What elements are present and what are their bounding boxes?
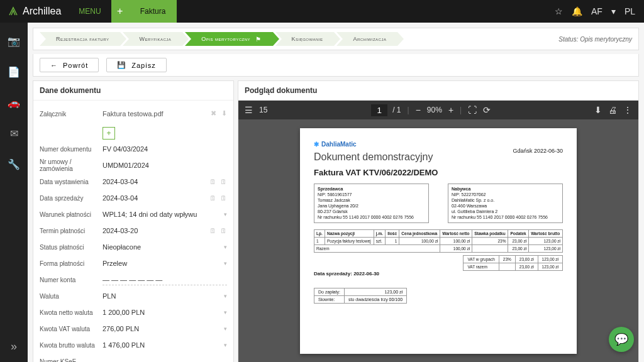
zoom-out-icon[interactable]: − [416, 105, 421, 115]
logo-icon [8, 6, 19, 17]
left-panel-title: Dane dokumentu [33, 81, 233, 101]
chevron-down-icon: ▾ [224, 211, 227, 217]
seller-box: Sprzedawca NIP: 5861961577 Tomasz Jadcza… [314, 184, 429, 223]
brand-text: Archillea [23, 6, 61, 17]
print-icon[interactable]: 🖨 [608, 105, 617, 115]
pdf-city-date: Gdańsk 2022-06-30 [513, 148, 563, 154]
step-ksiegowanie[interactable]: Księgowanie [275, 32, 335, 46]
chevron-down-icon: ▾ [224, 342, 227, 348]
step-weryfikacja[interactable]: Weryfikacja [123, 32, 182, 46]
order-field[interactable]: UMDM01/2024 [103, 160, 227, 171]
remove-attachment-icon[interactable]: ✖ [211, 109, 216, 118]
document-icon[interactable]: 📄 [8, 66, 20, 78]
main-area: Rejestracja faktury Weryfikacja Opis mer… [28, 23, 644, 362]
pay-cond-label: Warunek płatności [40, 211, 103, 218]
gross-field[interactable]: 1 476,00 PLN▾ [103, 340, 227, 351]
bell-icon[interactable]: 🔔 [572, 6, 582, 16]
attachment-label: Załącznik [40, 111, 103, 118]
pdf-toolbar: ☰ 15 / 1 | − 90% + | ⛶ ⟳ ⬇ 🖨 ⋮ [238, 101, 638, 119]
wrench-icon[interactable]: 🔧 [8, 158, 20, 170]
document-data-panel: Dane dokumentu Załącznik Faktura testowa… [33, 80, 234, 362]
user-initials[interactable]: AF [591, 6, 602, 16]
issue-date-field[interactable]: 2024-03-04🗓🗓 [103, 177, 227, 187]
pdf-stage[interactable]: ✱DahliaMatic Gdańsk 2022-06-30 Dokument … [238, 119, 638, 362]
pay-form-label: Forma płatności [40, 260, 103, 267]
document-preview-panel: Podgląd dokumentu ☰ 15 / 1 | − 90% + | ⛶… [238, 80, 639, 362]
chat-button[interactable]: 💬 [609, 327, 634, 352]
pdf-page: ✱DahliaMatic Gdańsk 2022-06-30 Dokument … [300, 128, 577, 354]
pdf-invoice-title: Faktura VAT KTV/06/2022/DEMO [314, 168, 563, 177]
calendar-icon[interactable]: 🗓 [220, 194, 227, 202]
pdf-brand: ✱DahliaMatic [314, 141, 563, 148]
pdf-page-input[interactable] [371, 104, 387, 116]
action-buttons: ←Powrót 💾Zapisz [33, 54, 639, 77]
vat-summary: VAT w grupach23%23,00 zł123,00 zł VAT ra… [463, 255, 563, 271]
status-label: Status: Opis merytoryczny [558, 36, 632, 43]
pay-form-field[interactable]: Przelew▾ [103, 258, 227, 269]
menu-button[interactable]: MENU [69, 7, 111, 16]
save-button[interactable]: 💾Zapisz [106, 58, 166, 72]
pdf-page-total: / 1 [392, 106, 401, 114]
left-sidebar: 📷 📄 🚗 ✉ 🔧 » [0, 23, 28, 362]
flag-icon: ⚑ [255, 36, 262, 43]
chevron-down-icon: ▾ [224, 326, 227, 332]
zoom-value: 90% [427, 106, 442, 114]
star-icon[interactable]: ☆ [555, 6, 563, 16]
chevron-down-icon: ▾ [224, 293, 227, 299]
sale-date-field[interactable]: 2024-03-04🗓🗓 [103, 193, 227, 204]
save-icon: 💾 [117, 61, 126, 69]
vat-field[interactable]: 276,00 PLN▾ [103, 324, 227, 334]
order-label: Nr umowy / zamówienia [40, 158, 103, 172]
calendar-icon[interactable]: 🗓 [220, 178, 227, 185]
chevron-down-icon: ▾ [224, 309, 227, 315]
download-attachment-icon[interactable]: ⬇ [221, 109, 227, 118]
back-button[interactable]: ←Powrót [40, 58, 99, 72]
user-dropdown-icon[interactable]: ▾ [611, 6, 616, 16]
pay-term-label: Termin płatności [40, 228, 103, 234]
pay-term-field[interactable]: 2024-03-20🗓🗓 [103, 226, 227, 236]
app-logo: Archillea [0, 6, 69, 17]
issue-date-label: Data wystawienia [40, 178, 103, 185]
download-icon[interactable]: ⬇ [594, 105, 602, 115]
calendar-icon[interactable]: 🗓 [209, 178, 216, 185]
gross-label: Kwota brutto waluta [40, 342, 103, 349]
vat-label: Kwota VAT waluta [40, 326, 103, 332]
rotate-icon[interactable]: ⟳ [483, 105, 491, 115]
topbar-right: ☆ 🔔 AF ▾ PL [555, 6, 644, 16]
step-archiwizacja[interactable]: Archiwizacja [336, 32, 397, 46]
workflow-stepper: Rejestracja faktury Weryfikacja Opis mer… [33, 28, 639, 50]
arrow-left-icon: ← [50, 62, 58, 69]
currency-field[interactable]: PLN▾ [103, 291, 227, 302]
doc-number-label: Numer dokumentu [40, 146, 103, 153]
expand-sidebar-icon[interactable]: » [11, 340, 17, 353]
car-icon[interactable]: 🚗 [8, 97, 20, 109]
ksef-num-field[interactable] [103, 360, 227, 363]
new-button[interactable]: + [111, 0, 129, 23]
zoom-in-icon[interactable]: + [448, 105, 453, 115]
more-icon[interactable]: ⋮ [623, 105, 632, 115]
calendar-icon[interactable]: 🗓 [220, 227, 227, 234]
step-opis-label: Opis merytoryczny [201, 36, 250, 42]
doc-number-field[interactable]: FV 04/03/2024 [103, 144, 227, 155]
account-field[interactable]: — — — — — — — [103, 275, 227, 285]
fit-page-icon[interactable]: ⛶ [468, 105, 477, 115]
pay-cond-field[interactable]: WPL14; 14 dni od daty wpływu▾ [103, 209, 227, 220]
mail-icon[interactable]: ✉ [10, 128, 18, 140]
pay-status-label: Status płatności [40, 244, 103, 251]
attachment-value[interactable]: Faktura testowa.pdf ✖⬇ [103, 108, 227, 119]
sale-date-label: Data sprzedaży [40, 195, 103, 202]
lang-label[interactable]: PL [625, 6, 635, 16]
camera-icon[interactable]: 📷 [8, 35, 20, 47]
pdf-menu-icon[interactable]: ☰ [245, 105, 253, 115]
pay-status-field[interactable]: Nieopłacone▾ [103, 242, 227, 253]
step-opis[interactable]: Opis merytoryczny⚑ [185, 32, 272, 46]
invoice-lines-table: Lp.Nazwa pozycjij.m.IlośćCena jednostkow… [314, 229, 563, 253]
tab-faktura[interactable]: Faktura [129, 0, 177, 23]
net-field[interactable]: 1 200,00 PLN▾ [103, 307, 227, 318]
calendar-icon[interactable]: 🗓 [209, 227, 216, 234]
pdf-name: 15 [259, 106, 267, 114]
step-rejestracja[interactable]: Rejestracja faktury [40, 32, 120, 46]
calendar-icon[interactable]: 🗓 [209, 194, 216, 202]
buyer-box: Nabywca NIP: 5222707062 DahliaMatic Sp. … [448, 184, 563, 223]
add-attachment-button[interactable]: + [103, 127, 115, 140]
